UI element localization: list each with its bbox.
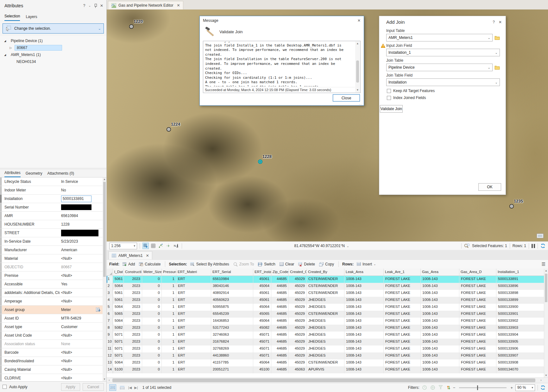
zoom-out-icon[interactable]: − (453, 385, 456, 390)
snapping-grid-icon[interactable] (142, 243, 149, 249)
table-cell[interactable]: 1008-143 (344, 283, 384, 290)
table-cell[interactable]: JHEDGES (307, 304, 344, 311)
table-cell[interactable]: 5000133896 (496, 283, 548, 290)
zoom-to-button[interactable]: Zoom To (232, 261, 255, 267)
table-cell[interactable]: 5061 (113, 297, 124, 304)
table-cell[interactable]: 5000133907 (496, 352, 548, 359)
table-cell[interactable]: FOREST LAKE (384, 276, 421, 283)
table-horizontal-scrollbar[interactable]: ‹› (107, 377, 548, 383)
sort-icon[interactable] (447, 385, 450, 390)
table-cell[interactable]: 1 (162, 325, 176, 332)
table-cell[interactable]: ERT (176, 325, 211, 332)
combobox[interactable]: Installation⌄ (386, 78, 500, 86)
zoom-level-combobox[interactable]: 90 % ▾ (515, 384, 535, 391)
column-header[interactable]: Created_By (307, 269, 344, 276)
range-filter-icon[interactable] (430, 385, 436, 390)
table-cell[interactable]: FOREST LAKE (384, 352, 421, 359)
table-cell[interactable]: 1 (162, 352, 176, 359)
table-cell[interactable]: 1008-143 (421, 311, 459, 318)
column-header[interactable]: ERT_instal (253, 269, 271, 276)
field-value[interactable]: <Null> (60, 350, 103, 355)
table-cell[interactable]: 44685 (271, 276, 289, 283)
table-cell[interactable]: FOREST LAKE (459, 276, 496, 283)
tree-item-label[interactable]: NEOH0134 (15, 59, 38, 64)
table-cell[interactable]: ERT (176, 366, 211, 373)
field-row[interactable]: STREET (0, 229, 103, 237)
select-by-attributes-button[interactable]: Select By Attributes (189, 261, 230, 267)
table-cell[interactable]: 1 (162, 339, 176, 345)
apply-button[interactable]: Apply (61, 383, 80, 391)
table-cell[interactable]: 5000133902 (496, 318, 548, 325)
table-row[interactable]: 105071202301ERT31676824450714468545029JH… (107, 339, 548, 345)
tree-group[interactable]: ◢AMR_Meters1 (1) (3, 51, 106, 58)
resize-grip[interactable]: ... (359, 102, 362, 105)
message-dialog-titlebar[interactable]: Message ✕ (200, 16, 364, 25)
table-cell[interactable]: CSTEINWENDER (307, 359, 344, 366)
table-cell[interactable]: 1008-143 (421, 332, 459, 339)
table-cell[interactable]: 45029 (289, 325, 307, 332)
table-cell[interactable]: 44685 (271, 283, 289, 290)
table-row[interactable]: 95071202301ERT32746063450714468545029JHE… (107, 332, 548, 339)
table-cell[interactable]: FOREST LAKE (459, 318, 496, 325)
table-cell[interactable]: 1008-143 (421, 366, 459, 373)
row-number[interactable]: 6 (107, 311, 113, 318)
table-cell[interactable]: FOREST LAKE (384, 325, 421, 332)
column-header[interactable]: Installation_1 (496, 269, 548, 276)
field-value[interactable]: <Null> (60, 333, 103, 338)
table-cell[interactable]: 5071 (113, 352, 124, 359)
expander-icon[interactable]: ▷ (9, 46, 13, 49)
table-cell[interactable]: JHEDGES (307, 318, 344, 325)
time-filter-icon[interactable] (422, 385, 428, 390)
table-cell[interactable]: CSTEINWENDER (307, 283, 344, 290)
table-cell[interactable]: 40892914 (211, 290, 253, 297)
edit-vertices-icon[interactable] (158, 243, 164, 249)
table-row[interactable]: 25064202301ERT38043146450644468545029CST… (107, 283, 548, 290)
map-view-tab[interactable]: Gas and Pipeline Network Editor ✕ (108, 1, 183, 9)
table-cell[interactable]: 45029 (289, 318, 307, 325)
table-cell[interactable]: FOREST LAKE (384, 304, 421, 311)
table-cell[interactable]: 45065 (253, 311, 271, 318)
field-row[interactable]: Casing Material<Null> (0, 365, 103, 374)
table-cell[interactable]: FOREST LAKE (384, 311, 421, 318)
table-cell[interactable]: 1008-143 (421, 318, 459, 325)
close-icon[interactable]: ✕ (146, 253, 149, 258)
table-cell[interactable]: 5000133908 (496, 359, 548, 366)
column-header[interactable]: Leak_Are_1 (384, 269, 421, 276)
field-row[interactable]: Installation5000133891 (0, 195, 103, 203)
help-icon[interactable]: ? (493, 20, 495, 24)
cancel-button[interactable]: Cancel (83, 383, 104, 391)
table-cell[interactable]: 45029 (289, 311, 307, 318)
table-cell[interactable]: FOREST LAKE (459, 345, 496, 352)
table-cell[interactable]: 1008-143 (421, 359, 459, 366)
table-cell[interactable]: 5000133906 (496, 345, 548, 352)
table-row[interactable]: 145100202301ERT20051271451004468545063AP… (107, 366, 548, 373)
table-cell[interactable]: 44685 (271, 345, 289, 352)
field-row[interactable]: Premise<Null> (0, 271, 103, 280)
table-cell[interactable]: APURVIS (307, 366, 344, 373)
clear-selection-button[interactable]: Clear (279, 261, 295, 267)
table-view-icon[interactable] (109, 384, 116, 391)
row-number[interactable]: 11 (107, 345, 113, 352)
tab-layers[interactable]: Layers (26, 15, 37, 21)
table-cell[interactable]: 2023 (124, 359, 142, 366)
table-cell[interactable]: ERT (176, 332, 211, 339)
table-cell[interactable]: FOREST LAKE (459, 297, 496, 304)
table-cell[interactable]: 45029 (289, 339, 307, 345)
change-selection-button[interactable]: Change the selection. ⌄ (3, 23, 104, 34)
table-cell[interactable]: JHEDGES (307, 345, 344, 352)
table-cell[interactable]: FOREST LAKE (459, 283, 496, 290)
table-cell[interactable]: 1008-143 (344, 311, 384, 318)
table-cell[interactable]: FOREST LAKE (384, 359, 421, 366)
help-icon[interactable]: ? (83, 3, 85, 8)
table-cell[interactable]: 5064 (113, 283, 124, 290)
table-cell[interactable]: ERT (176, 318, 211, 325)
switch-selection-button[interactable]: Switch (257, 261, 276, 267)
table-cell[interactable]: 2023 (124, 283, 142, 290)
tab-selection[interactable]: Selection (4, 14, 20, 21)
table-cell[interactable]: 44685 (271, 359, 289, 366)
combobox[interactable]: Installation_1⌄ (386, 49, 500, 56)
table-cell[interactable]: 0 (142, 311, 162, 318)
table-cell[interactable]: ERT (176, 290, 211, 297)
table-cell[interactable]: 5000133901 (496, 311, 548, 318)
field-row[interactable]: Amperage<Null> (0, 297, 103, 306)
